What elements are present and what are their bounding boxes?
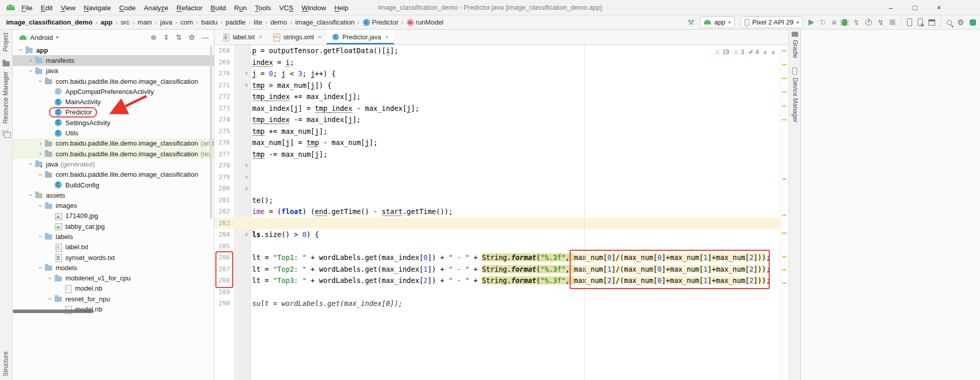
menu-help[interactable]: Help [330, 4, 353, 12]
build-hammer-icon[interactable]: ⚒ [688, 16, 694, 29]
breadcrumb-item[interactable]: image_classification [295, 18, 354, 26]
tree-chevron-icon[interactable]: › [27, 57, 35, 64]
tree-chevron-icon[interactable]: › [37, 77, 44, 85]
tree-item-tabby_cat.jpg[interactable]: tabby_cat.jpg [13, 221, 214, 231]
locate-file-icon[interactable]: ⊕ [151, 33, 157, 41]
menu-vcs[interactable]: VCS [275, 4, 298, 12]
tree-item-Predictor[interactable]: Predictor [13, 107, 214, 117]
tab-label.txt[interactable]: label.txt× [217, 30, 267, 44]
close-button[interactable]: × [927, 0, 951, 15]
tree-chevron-icon[interactable]: › [36, 140, 44, 147]
breadcrumb-item[interactable]: baidu [201, 18, 217, 26]
expand-all-icon[interactable]: ⇕ [163, 33, 169, 41]
tree-item-java[interactable]: ›java [13, 66, 214, 76]
tree-item-com.baidu.paddle.lite.demo.image_classification[interactable]: ›com.baidu.paddle.lite.demo.image_classi… [13, 149, 214, 159]
panel-settings-gear-icon[interactable]: ⚙ [188, 33, 195, 41]
menu-edit[interactable]: Edit [37, 4, 57, 12]
breadcrumb-item[interactable]: demo [271, 18, 287, 26]
tree-item-models[interactable]: ›models [13, 263, 214, 273]
warning-stripe-mark[interactable] [782, 91, 787, 93]
fold-marker-icon[interactable]: ∨ [234, 68, 251, 80]
gradle-icon[interactable] [792, 32, 798, 37]
fold-marker-icon[interactable]: ∧ [234, 183, 251, 195]
tree-chevron-icon[interactable]: › [46, 295, 54, 303]
tab-strings.xml[interactable]: strings.xml× [267, 30, 327, 44]
tree-chevron-icon[interactable]: › [37, 232, 44, 241]
tree-item-app[interactable]: ›app [13, 45, 214, 55]
device-manager-icon[interactable] [792, 67, 797, 75]
collapse-all-icon[interactable]: ⇅ [176, 33, 182, 41]
stop-icon[interactable] [890, 19, 895, 25]
tree-chevron-icon[interactable]: › [37, 264, 44, 272]
warning-stripe-mark[interactable] [782, 282, 787, 284]
breadcrumb-item[interactable]: Predictor [372, 18, 399, 26]
breadcrumb-item[interactable]: src [120, 18, 129, 26]
warning-stripe-mark[interactable] [782, 105, 787, 107]
avd-manager-icon[interactable] [907, 18, 912, 26]
tree-item-mobilenet_v1_for_cpu[interactable]: ›mobilenet_v1_for_cpu [13, 273, 214, 283]
minimize-button[interactable]: – [879, 0, 903, 15]
sdk-manager-icon[interactable] [928, 19, 935, 26]
apply-code-changes-icon[interactable]: ↯ [853, 16, 860, 29]
tree-chevron-icon[interactable]: › [17, 46, 24, 54]
warning-stripe-mark[interactable] [782, 78, 787, 79]
breadcrumb-item[interactable]: runModel [416, 18, 444, 26]
tree-chevron-icon[interactable]: › [36, 150, 44, 157]
fold-marker-icon[interactable]: ∧ [234, 160, 251, 172]
tree-vertical-scrollbar[interactable] [210, 46, 212, 219]
menu-navigate[interactable]: Navigate [80, 4, 115, 12]
tree-item-resnet_for_npu[interactable]: ›resnet_for_npu [13, 294, 214, 304]
breadcrumb-item[interactable]: image_classification_demo [6, 18, 92, 26]
error-stripe[interactable] [780, 45, 789, 380]
breadcrumb-item[interactable]: paddle [226, 18, 246, 26]
tab-close-icon[interactable]: × [385, 34, 389, 41]
menu-analyze[interactable]: Analyze [140, 4, 173, 12]
tree-item-SettingsActivity[interactable]: SettingsActivity [13, 117, 214, 128]
menu-view[interactable]: View [57, 4, 80, 12]
tool-stripe-device-manager[interactable]: Device Manager [792, 78, 799, 122]
warning-stripe-mark[interactable] [782, 269, 787, 271]
tree-chevron-icon[interactable]: › [37, 171, 44, 179]
breadcrumb-item[interactable]: java [160, 18, 173, 26]
tab-close-icon[interactable]: × [318, 34, 322, 41]
resource-manager-icon[interactable] [3, 131, 8, 135]
menu-refactor[interactable]: Refactor [173, 4, 207, 12]
settings-gear-icon[interactable]: ⚙ [958, 16, 964, 29]
tree-item-labels[interactable]: ›labels [13, 231, 214, 242]
run-configurations-icon[interactable]: ≡ [832, 16, 837, 29]
fold-marker-icon[interactable]: ∨ [234, 80, 251, 91]
warning-stripe-mark[interactable] [782, 178, 787, 180]
tree-item-images[interactable]: ›images [13, 200, 214, 210]
breadcrumb-item[interactable]: com [181, 18, 193, 26]
tree-item-BuildConfig[interactable]: BuildConfig [13, 180, 214, 190]
tree-chevron-icon[interactable]: › [46, 274, 54, 282]
tree-chevron-icon[interactable]: › [37, 202, 44, 210]
tree-chevron-icon[interactable]: › [27, 160, 34, 168]
attach-debugger-icon[interactable]: ↯ [877, 16, 884, 29]
warning-stripe-mark[interactable] [782, 215, 787, 216]
tree-item-AppCompatPreferenceActivity[interactable]: AppCompatPreferenceActivity [13, 86, 214, 97]
tree-item-manifests[interactable]: ›manifests [13, 55, 214, 65]
tool-stripe-gradle[interactable]: Gradle [792, 40, 799, 58]
menu-file[interactable]: File [17, 4, 37, 12]
tree-horizontal-scrollbar[interactable] [13, 310, 93, 313]
tab-Predictor.java[interactable]: Predictor.java× [327, 30, 394, 44]
menu-run[interactable]: Run [230, 4, 251, 12]
warning-stripe-mark[interactable] [782, 232, 787, 234]
tab-close-icon[interactable]: × [259, 34, 262, 41]
tree-item-com.baidu.paddle.lite.demo.image_classification[interactable]: ›com.baidu.paddle.lite.demo.image_classi… [13, 76, 214, 86]
search-everywhere-icon[interactable] [947, 20, 952, 25]
editor-body[interactable]: 268p = outputTensor.getFloatData()[i];26… [214, 45, 789, 380]
tree-chevron-icon[interactable]: › [27, 191, 34, 199]
tree-item-Utils[interactable]: Utils [13, 128, 214, 138]
tool-stripe-project[interactable]: Project [2, 33, 9, 52]
warning-stripe-mark[interactable] [782, 119, 787, 121]
profiler-icon[interactable] [865, 19, 872, 26]
hide-panel-icon[interactable]: — [202, 33, 209, 41]
tree-item-java[interactable]: ›java(generated) [13, 159, 214, 169]
tree-item-label.txt[interactable]: label.txt [13, 242, 214, 252]
tree-chevron-icon[interactable]: › [27, 67, 34, 75]
tool-stripe-structure[interactable]: Structure [2, 351, 9, 376]
tree-item-171409.jpg[interactable]: 171409.jpg [13, 211, 214, 221]
menu-code[interactable]: Code [115, 4, 139, 12]
